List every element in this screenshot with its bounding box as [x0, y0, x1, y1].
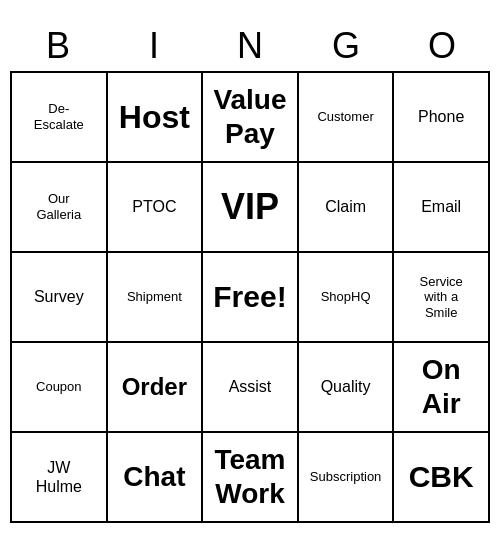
- header-letter-B: B: [10, 21, 106, 71]
- grid-row-1: OurGalleriaPTOCVIPClaimEmail: [12, 163, 490, 253]
- cell-0-3: Customer: [299, 73, 395, 163]
- cell-3-4: OnAir: [394, 343, 490, 433]
- cell-1-1: PTOC: [108, 163, 204, 253]
- cell-4-1: Chat: [108, 433, 204, 523]
- cell-text-3-3: Quality: [321, 377, 371, 396]
- cell-2-3: ShopHQ: [299, 253, 395, 343]
- cell-text-4-0: JWHulme: [36, 458, 82, 496]
- cell-2-2: Free!: [203, 253, 299, 343]
- cell-4-3: Subscription: [299, 433, 395, 523]
- cell-2-4: Servicewith aSmile: [394, 253, 490, 343]
- cell-3-1: Order: [108, 343, 204, 433]
- cell-text-4-1: Chat: [123, 460, 185, 494]
- cell-text-1-3: Claim: [325, 197, 366, 216]
- cell-0-4: Phone: [394, 73, 490, 163]
- cell-3-0: Coupon: [12, 343, 108, 433]
- cell-text-1-4: Email: [421, 197, 461, 216]
- cell-text-4-2: TeamWork: [214, 443, 285, 510]
- cell-4-2: TeamWork: [203, 433, 299, 523]
- cell-text-4-3: Subscription: [310, 469, 382, 485]
- cell-0-2: ValuePay: [203, 73, 299, 163]
- header-letter-G: G: [298, 21, 394, 71]
- cell-text-2-3: ShopHQ: [321, 289, 371, 305]
- header-letter-O: O: [394, 21, 490, 71]
- cell-text-0-0: De-Escalate: [34, 101, 84, 132]
- cell-2-1: Shipment: [108, 253, 204, 343]
- cell-1-4: Email: [394, 163, 490, 253]
- cell-text-1-2: VIP: [221, 185, 279, 228]
- cell-text-2-4: Servicewith aSmile: [419, 274, 462, 321]
- cell-1-2: VIP: [203, 163, 299, 253]
- bingo-grid: De-EscalateHostValuePayCustomerPhoneOurG…: [10, 71, 490, 523]
- cell-text-1-1: PTOC: [132, 197, 176, 216]
- cell-1-0: OurGalleria: [12, 163, 108, 253]
- grid-row-2: SurveyShipmentFree!ShopHQServicewith aSm…: [12, 253, 490, 343]
- header-letter-I: I: [106, 21, 202, 71]
- cell-3-2: Assist: [203, 343, 299, 433]
- cell-text-3-4: OnAir: [422, 353, 461, 420]
- cell-text-3-0: Coupon: [36, 379, 82, 395]
- cell-4-4: CBK: [394, 433, 490, 523]
- cell-2-0: Survey: [12, 253, 108, 343]
- cell-text-2-2: Free!: [213, 279, 286, 315]
- cell-text-2-0: Survey: [34, 287, 84, 306]
- cell-text-0-3: Customer: [317, 109, 373, 125]
- cell-text-3-1: Order: [122, 373, 187, 402]
- cell-text-1-0: OurGalleria: [36, 191, 81, 222]
- header-letter-N: N: [202, 21, 298, 71]
- cell-0-1: Host: [108, 73, 204, 163]
- grid-row-4: JWHulmeChatTeamWorkSubscriptionCBK: [12, 433, 490, 523]
- cell-text-4-4: CBK: [409, 459, 474, 495]
- cell-text-2-1: Shipment: [127, 289, 182, 305]
- cell-4-0: JWHulme: [12, 433, 108, 523]
- cell-text-0-4: Phone: [418, 107, 464, 126]
- cell-3-3: Quality: [299, 343, 395, 433]
- cell-0-0: De-Escalate: [12, 73, 108, 163]
- cell-1-3: Claim: [299, 163, 395, 253]
- cell-text-3-2: Assist: [229, 377, 272, 396]
- bingo-header: BINGO: [10, 21, 490, 71]
- bingo-card: BINGO De-EscalateHostValuePayCustomerPho…: [10, 21, 490, 523]
- cell-text-0-1: Host: [119, 98, 190, 136]
- cell-text-0-2: ValuePay: [213, 83, 286, 150]
- grid-row-0: De-EscalateHostValuePayCustomerPhone: [12, 73, 490, 163]
- grid-row-3: CouponOrderAssistQualityOnAir: [12, 343, 490, 433]
